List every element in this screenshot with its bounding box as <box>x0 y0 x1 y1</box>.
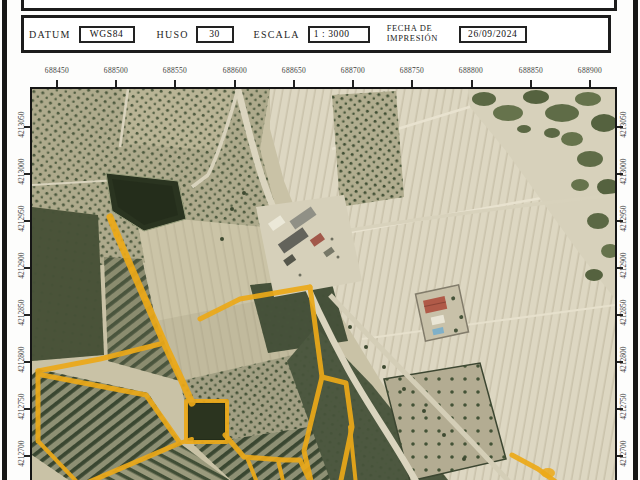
y-axis-label-right: 4213050 <box>619 98 628 152</box>
grid-tick <box>530 80 532 87</box>
x-axis-label: 688450 <box>32 66 82 75</box>
grid-tick <box>617 267 623 269</box>
map-viewport <box>30 87 617 480</box>
grid-tick <box>617 455 623 457</box>
y-axis-label-right: 4212850 <box>619 286 628 340</box>
grid-tick <box>115 80 117 87</box>
y-axis-label-left: 4213050 <box>17 98 26 152</box>
y-axis-label-left: 4212700 <box>17 427 26 480</box>
grid-tick <box>617 173 623 175</box>
grid-tick <box>293 80 295 87</box>
y-axis-label-right: 4212950 <box>619 192 628 246</box>
grid-tick <box>617 314 623 316</box>
y-axis-label-left: 4212850 <box>17 286 26 340</box>
fecha-impresion-label: FECHA DE IMPRESIÓN <box>387 24 451 44</box>
y-axis-label-left: 4212950 <box>17 192 26 246</box>
page-border-right <box>633 0 638 480</box>
grid-tick <box>352 80 354 87</box>
y-axis-label-left: 4213000 <box>17 145 26 199</box>
page-border-left <box>2 0 7 480</box>
y-axis-label-right: 4213000 <box>619 145 628 199</box>
grid-tick <box>411 80 413 87</box>
huso-value: 30 <box>196 26 234 43</box>
y-axis-label-right: 4212700 <box>619 427 628 480</box>
y-axis-label-right: 4212800 <box>619 333 628 387</box>
map-metadata-bar: DATUM WGS84 HUSO 30 ESCALA 1 : 3000 FECH… <box>21 15 611 53</box>
y-axis-label-right: 4212750 <box>619 380 628 434</box>
aerial-imagery <box>32 89 615 480</box>
y-axis-label-left: 4212750 <box>17 380 26 434</box>
grid-tick <box>174 80 176 87</box>
x-axis-label: 688500 <box>91 66 141 75</box>
x-axis-label: 688800 <box>446 66 496 75</box>
grid-tick <box>617 361 623 363</box>
grid-tick <box>234 80 236 87</box>
grid-tick <box>617 126 623 128</box>
x-axis-label: 688900 <box>565 66 615 75</box>
map-print-page: DATUM WGS84 HUSO 30 ESCALA 1 : 3000 FECH… <box>0 0 640 480</box>
y-axis-label-left: 4212800 <box>17 333 26 387</box>
grid-tick <box>617 220 623 222</box>
y-axis-label-right: 4212900 <box>619 239 628 293</box>
grid-tick <box>471 80 473 87</box>
datum-value: WGS84 <box>79 26 135 43</box>
x-axis-label: 688700 <box>328 66 378 75</box>
grid-tick <box>617 408 623 410</box>
x-axis-label: 688750 <box>387 66 437 75</box>
x-axis-label: 688550 <box>150 66 200 75</box>
escala-value: 1 : 3000 <box>308 26 370 43</box>
y-axis-label-left: 4212900 <box>17 239 26 293</box>
escala-label: ESCALA <box>254 29 300 40</box>
x-axis-label: 688600 <box>210 66 260 75</box>
fecha-impresion-value: 26/09/2024 <box>459 26 527 43</box>
huso-label: HUSO <box>157 29 189 40</box>
datum-label: DATUM <box>29 29 71 40</box>
title-block-partial <box>21 0 617 11</box>
x-axis-label: 688850 <box>506 66 556 75</box>
grid-tick <box>56 80 58 87</box>
grid-tick <box>589 80 591 87</box>
x-axis-label: 688650 <box>269 66 319 75</box>
